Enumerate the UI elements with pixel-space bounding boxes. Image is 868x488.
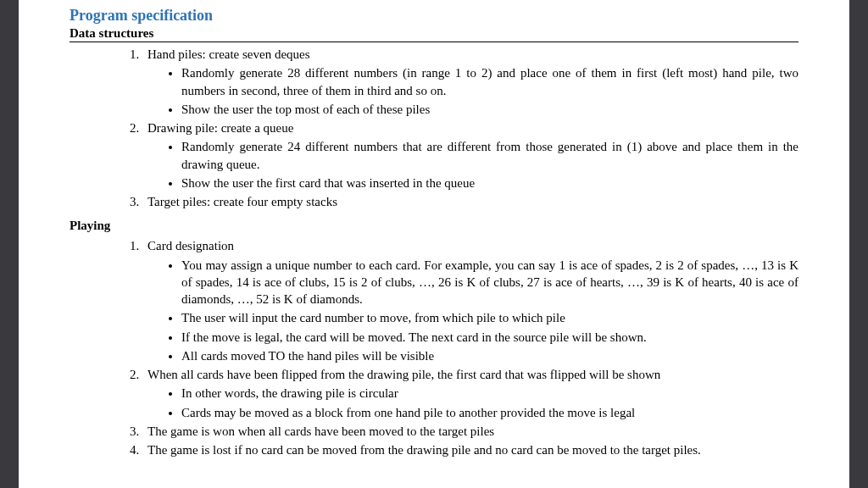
list-item: The game is lost if no card can be moved… [142, 441, 798, 458]
section-heading-playing: Playing [70, 219, 798, 234]
item-text: The game is lost if no card can be moved… [147, 441, 798, 458]
document-page: Program specification Data structures Ha… [19, 0, 849, 488]
bullet-item: Randomly generate 24 different numbers t… [181, 138, 798, 173]
list-item: Card designation You may assign a unique… [142, 237, 798, 364]
list-item: Hand piles: create seven deques Randomly… [142, 46, 798, 118]
bullet-item: Cards may be moved as a block from one h… [181, 404, 798, 421]
bullet-list: Randomly generate 28 different numbers (… [181, 64, 798, 118]
bullet-item: Randomly generate 28 different numbers (… [181, 64, 798, 99]
list-item: Target piles: create four empty stacks [142, 193, 798, 210]
playing-list: Card designation You may assign a unique… [142, 237, 798, 458]
page-title: Program specification [70, 7, 798, 25]
item-text: Card designation [147, 237, 798, 254]
list-item: The game is won when all cards have been… [142, 423, 798, 440]
bullet-item: If the move is legal, the card will be m… [181, 329, 798, 346]
list-item: When all cards have been flipped from th… [142, 366, 798, 421]
bullet-list: In other words, the drawing pile is circ… [181, 385, 798, 421]
bullet-item: You may assign a unique number to each c… [181, 257, 798, 308]
bullet-list: You may assign a unique number to each c… [181, 257, 798, 365]
bullet-list: Randomly generate 24 different numbers t… [181, 138, 798, 191]
item-text: The game is won when all cards have been… [147, 423, 798, 440]
section-heading-data-structures: Data structures [70, 26, 798, 42]
bullet-item: All cards moved TO the hand piles will b… [181, 347, 798, 364]
item-text: Drawing pile: create a queue [147, 119, 798, 136]
bullet-item: Show the user the top most of each of th… [181, 101, 798, 118]
item-text: When all cards have been flipped from th… [147, 366, 798, 383]
item-text: Target piles: create four empty stacks [147, 193, 798, 210]
data-structures-list: Hand piles: create seven deques Randomly… [142, 46, 798, 210]
bullet-item: The user will input the card number to m… [181, 309, 798, 326]
item-text: Hand piles: create seven deques [147, 46, 798, 63]
bullet-item: In other words, the drawing pile is circ… [181, 385, 798, 402]
list-item: Drawing pile: create a queue Randomly ge… [142, 119, 798, 191]
bullet-item: Show the user the first card that was in… [181, 175, 798, 191]
